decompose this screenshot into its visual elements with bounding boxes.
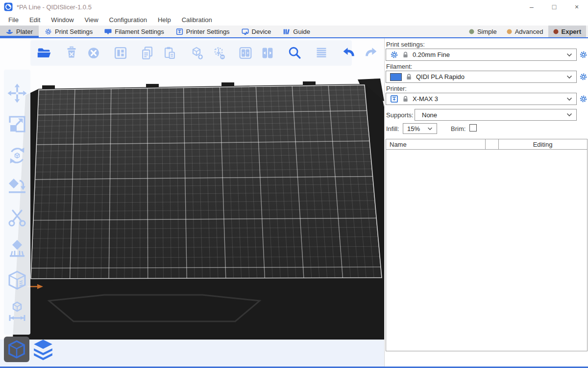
minimize-button[interactable]: – xyxy=(520,0,543,14)
search-button[interactable] xyxy=(286,44,303,62)
copy-icon xyxy=(139,45,156,61)
tab-device[interactable]: Device xyxy=(236,26,277,37)
menu-help[interactable]: Help xyxy=(152,16,176,24)
chevron-down-icon xyxy=(427,127,433,131)
supports-label: Supports: xyxy=(386,111,414,119)
maximize-button[interactable]: □ xyxy=(543,0,565,14)
chevron-down-icon xyxy=(566,113,572,117)
brim-checkbox[interactable] xyxy=(469,124,477,131)
editor-view-button[interactable] xyxy=(4,337,29,362)
lock-icon xyxy=(405,73,413,80)
lock-icon xyxy=(402,51,409,58)
chevron-down-icon xyxy=(566,53,572,57)
tab-print-settings[interactable]: Print Settings xyxy=(39,26,98,37)
main-toolbar xyxy=(30,40,352,66)
mode-advanced[interactable]: Advanced xyxy=(502,26,548,37)
seam-tool-button[interactable] xyxy=(6,269,28,291)
menubar: File Edit Window View Configuration Help… xyxy=(0,14,588,26)
layer-lines-icon xyxy=(313,45,330,61)
printer-gear-button[interactable] xyxy=(579,95,588,103)
scale-tool-button[interactable] xyxy=(6,113,28,135)
rotate-tool-button[interactable] xyxy=(6,145,28,166)
printer-label: Printer: xyxy=(386,85,407,92)
brim-label: Brim: xyxy=(451,125,466,132)
cut-tool-button[interactable] xyxy=(6,207,28,229)
paste-button[interactable] xyxy=(161,44,178,62)
tab-printer-settings[interactable]: Printer Settings xyxy=(170,26,236,37)
split-parts-button[interactable] xyxy=(259,44,276,62)
filament-label: Filament: xyxy=(386,63,412,70)
plater-icon xyxy=(6,28,13,35)
filament-combo[interactable]: QIDI PLA Rapido xyxy=(386,71,577,83)
remove-instance-button[interactable] xyxy=(210,44,227,62)
side-toolbar xyxy=(4,70,30,335)
mode-simple[interactable]: Simple xyxy=(464,26,502,37)
paste-icon xyxy=(161,45,178,61)
filament-icon xyxy=(104,28,112,35)
print-settings-gear-button[interactable] xyxy=(579,51,588,59)
tabbar: Plater Print Settings Filament Settings … xyxy=(0,26,588,38)
column-editing: Editing xyxy=(498,141,587,148)
menu-calibration[interactable]: Calibration xyxy=(176,16,218,24)
variable-layer-height-button[interactable] xyxy=(313,44,330,62)
place-on-face-tool-button[interactable] xyxy=(6,176,28,197)
tab-guide[interactable]: Guide xyxy=(277,26,316,37)
delete-all-button[interactable] xyxy=(85,44,102,62)
qidislicer-window: *PA Line - QIDISlicer-1.0.5 – □ × File E… xyxy=(0,0,588,368)
filament-color-swatch xyxy=(390,73,402,81)
copy-button[interactable] xyxy=(139,44,156,62)
mode-expert[interactable]: Expert xyxy=(548,26,586,37)
measure-icon xyxy=(6,300,28,322)
expert-mode-dot-icon xyxy=(553,29,559,34)
filament-gear-button[interactable] xyxy=(579,73,588,81)
menu-view[interactable]: View xyxy=(79,16,104,24)
infill-label: Infill: xyxy=(386,125,399,132)
lock-icon xyxy=(402,95,409,103)
remove-instance-icon xyxy=(210,45,227,61)
print-settings-combo[interactable]: 0.20mm Fine xyxy=(386,49,577,61)
settings-panel: Print settings: 0.20mm Fine Filament: QI… xyxy=(385,38,588,368)
supports-tool-button[interactable] xyxy=(6,238,28,260)
window-controls: – □ × xyxy=(520,0,588,14)
app-logo-icon xyxy=(4,2,13,11)
monitor-icon xyxy=(242,28,249,35)
build-plate xyxy=(0,38,384,368)
redo-icon xyxy=(362,45,379,61)
delete-button[interactable] xyxy=(63,44,80,62)
menu-edit[interactable]: Edit xyxy=(24,16,46,24)
window-title: *PA Line - QIDISlicer-1.0.5 xyxy=(17,3,92,11)
menu-file[interactable]: File xyxy=(3,16,24,24)
scale-icon xyxy=(6,113,28,135)
close-button[interactable]: × xyxy=(565,0,588,14)
gear-icon xyxy=(45,28,52,35)
object-list[interactable] xyxy=(386,150,588,351)
split-objects-button[interactable] xyxy=(237,44,254,62)
undo-button[interactable] xyxy=(340,44,357,62)
redo-button[interactable] xyxy=(362,44,379,62)
tab-filament-settings[interactable]: Filament Settings xyxy=(98,26,170,37)
arrange-button[interactable] xyxy=(112,44,129,62)
undo-icon xyxy=(340,45,357,61)
split-objects-icon xyxy=(237,45,254,61)
printer-combo[interactable]: X-MAX 3 xyxy=(386,93,577,105)
search-icon xyxy=(286,45,303,61)
measure-tool-button[interactable] xyxy=(6,300,28,322)
place-on-face-icon xyxy=(6,176,28,197)
column-name: Name xyxy=(390,141,407,148)
layers-preview-icon xyxy=(32,338,54,361)
menu-configuration[interactable]: Configuration xyxy=(104,16,152,24)
preview-view-button[interactable] xyxy=(29,336,57,363)
gear-icon xyxy=(390,51,398,59)
split-parts-icon xyxy=(259,45,276,61)
cube-3d-view-icon xyxy=(6,339,27,360)
supports-combo[interactable]: None xyxy=(415,109,577,121)
menu-window[interactable]: Window xyxy=(46,16,79,24)
trash-icon xyxy=(63,45,80,61)
move-tool-button[interactable] xyxy=(6,82,28,104)
add-instance-button[interactable] xyxy=(188,44,205,62)
open-project-button[interactable] xyxy=(36,44,53,62)
infill-combo[interactable]: 15% xyxy=(403,123,437,134)
viewport-3d[interactable] xyxy=(0,38,384,368)
tab-plater[interactable]: Plater xyxy=(0,26,39,37)
print-settings-label: Print settings: xyxy=(386,41,425,48)
